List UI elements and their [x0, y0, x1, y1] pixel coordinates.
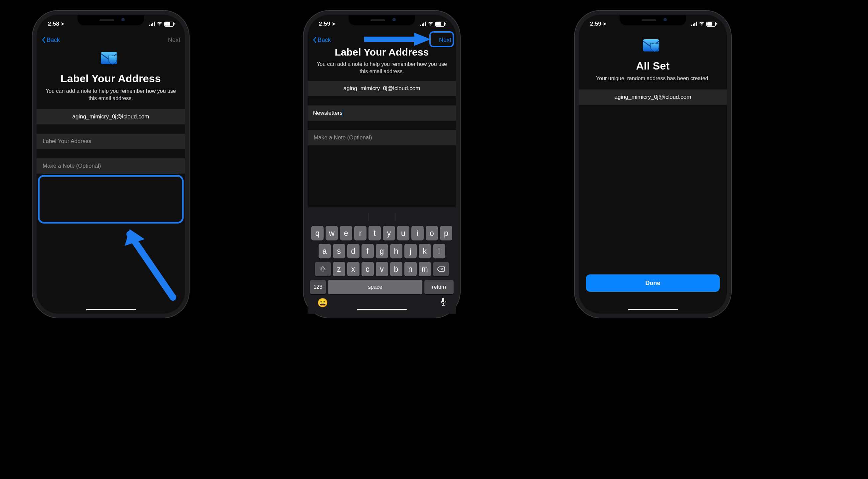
chevron-left-icon	[41, 37, 46, 43]
wifi-icon	[157, 21, 163, 27]
key-q[interactable]: q	[311, 226, 323, 240]
page-subtitle: Your unique, random address has been cre…	[587, 75, 718, 82]
svg-rect-2	[442, 298, 444, 302]
key-d[interactable]: d	[347, 244, 360, 259]
mail-shield-icon	[641, 37, 664, 56]
clock: 2:59	[319, 21, 330, 27]
key-b[interactable]: b	[390, 262, 402, 276]
page-subtitle: You can add a note to help you remember …	[316, 61, 447, 75]
label-field[interactable]: Newsletters	[308, 106, 456, 121]
battery-icon	[435, 22, 445, 27]
back-label: Back	[318, 37, 331, 43]
key-k[interactable]: k	[419, 244, 431, 259]
key-r[interactable]: r	[354, 226, 367, 240]
notch	[78, 14, 144, 25]
space-key[interactable]: space	[328, 280, 422, 294]
location-icon: ➤	[332, 21, 336, 26]
key-h[interactable]: h	[390, 244, 402, 259]
key-a[interactable]: a	[319, 244, 331, 259]
home-indicator[interactable]	[86, 309, 136, 310]
key-f[interactable]: f	[362, 244, 374, 259]
keyboard: qwertyuiop asdfghjkl zxcvbnm 123 space r…	[308, 207, 456, 314]
dictation-key[interactable]	[440, 297, 446, 308]
wifi-icon	[428, 21, 434, 27]
nav-bar: Back Next	[37, 33, 185, 47]
cellular-icon	[691, 22, 697, 26]
next-button[interactable]: Next	[168, 37, 180, 43]
cellular-icon	[420, 22, 426, 26]
label-input[interactable]	[42, 138, 180, 145]
key-x[interactable]: x	[347, 262, 360, 276]
delete-key[interactable]	[433, 262, 449, 276]
key-t[interactable]: t	[369, 226, 381, 240]
clock: 2:58	[48, 21, 59, 27]
key-n[interactable]: n	[404, 262, 417, 276]
notch	[620, 14, 686, 25]
location-icon: ➤	[603, 21, 607, 26]
page-title: Label Your Address	[45, 72, 176, 85]
note-input[interactable]	[313, 134, 451, 141]
page-title: Label Your Address	[316, 47, 447, 58]
done-button[interactable]: Done	[586, 274, 720, 292]
key-z[interactable]: z	[333, 262, 345, 276]
notch	[348, 14, 415, 25]
key-o[interactable]: o	[426, 226, 438, 240]
chevron-left-icon	[312, 37, 317, 43]
delete-icon	[437, 266, 445, 272]
back-label: Back	[46, 37, 60, 43]
wifi-icon	[699, 21, 705, 27]
shift-icon	[319, 266, 326, 272]
generated-email: aging_mimicry_0j@icloud.com	[579, 89, 727, 105]
note-field[interactable]	[308, 130, 456, 145]
numbers-key[interactable]: 123	[310, 280, 326, 294]
home-indicator[interactable]	[628, 309, 678, 310]
key-s[interactable]: s	[333, 244, 345, 259]
mic-icon	[440, 297, 446, 306]
cellular-icon	[149, 22, 155, 26]
page-title: All Set	[587, 60, 718, 72]
emoji-key[interactable]: 😀	[317, 298, 328, 308]
key-m[interactable]: m	[419, 262, 431, 276]
key-c[interactable]: c	[362, 262, 374, 276]
key-v[interactable]: v	[376, 262, 388, 276]
page-subtitle: You can add a note to help you remember …	[45, 88, 176, 102]
note-field[interactable]	[37, 158, 185, 174]
key-u[interactable]: u	[397, 226, 409, 240]
key-i[interactable]: i	[411, 226, 424, 240]
shift-key[interactable]	[315, 262, 331, 276]
generated-email: aging_mimicry_0j@icloud.com	[37, 109, 185, 124]
label-field[interactable]	[37, 134, 185, 149]
key-y[interactable]: y	[383, 226, 395, 240]
next-button[interactable]: Next	[439, 37, 451, 43]
location-icon: ➤	[61, 21, 64, 26]
generated-email: aging_mimicry_0j@icloud.com	[308, 81, 456, 96]
key-j[interactable]: j	[404, 244, 417, 259]
home-indicator[interactable]	[357, 309, 407, 310]
suggestion-bar	[309, 210, 454, 224]
key-g[interactable]: g	[376, 244, 388, 259]
back-button[interactable]: Back	[312, 37, 331, 43]
clock: 2:59	[590, 21, 601, 27]
back-button[interactable]: Back	[41, 37, 60, 43]
mail-shield-icon	[99, 49, 122, 68]
key-e[interactable]: e	[340, 226, 352, 240]
text-cursor	[343, 110, 343, 117]
note-input[interactable]	[42, 162, 180, 170]
return-key[interactable]: return	[424, 280, 454, 294]
battery-icon	[164, 22, 174, 27]
key-p[interactable]: p	[440, 226, 452, 240]
key-w[interactable]: w	[326, 226, 338, 240]
battery-icon	[706, 22, 716, 27]
nav-bar: Back Next	[308, 33, 456, 47]
label-value: Newsletters	[313, 110, 343, 116]
key-l[interactable]: l	[433, 244, 445, 259]
